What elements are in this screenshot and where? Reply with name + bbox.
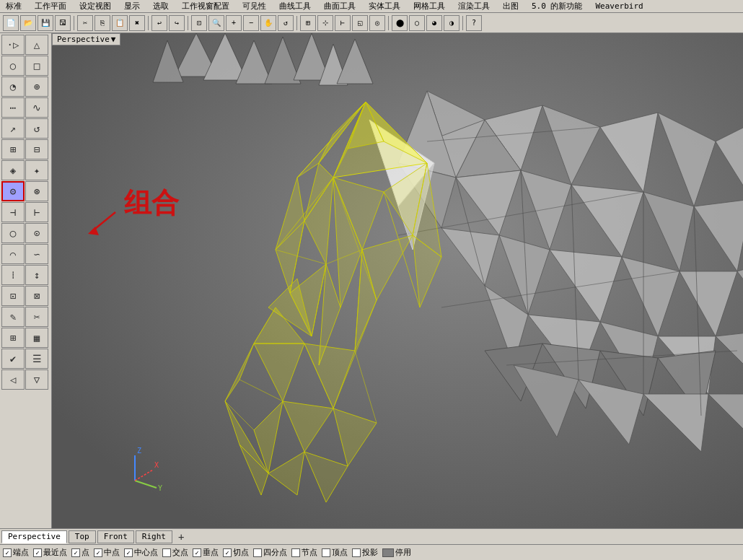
tb-wire-btn[interactable]: ◯ <box>409 15 425 31</box>
lt-scale-btn[interactable]: ⊞ <box>1 139 25 159</box>
menu-item-可见性[interactable]: 可见性 <box>239 1 269 12</box>
snap-quad-cb[interactable] <box>253 548 262 557</box>
snap-nearest-cb[interactable] <box>33 548 42 557</box>
snap-endpoint[interactable]: 端点 <box>3 547 29 558</box>
lt-freeform-btn[interactable]: ⋯ <box>1 97 25 118</box>
tb-grid-btn[interactable]: ⊞ <box>300 15 316 31</box>
tb-copy-btn[interactable]: ⎘ <box>94 15 110 31</box>
lt-back-btn[interactable]: ◁ <box>1 369 25 390</box>
snap-center[interactable]: 中心点 <box>124 547 158 558</box>
tb-sphere-btn[interactable]: ⬤ <box>392 15 408 31</box>
lt-gear-btn[interactable]: ⚙ <box>1 181 25 201</box>
tb-zoom-ext-btn[interactable]: ⊡ <box>191 15 207 31</box>
lt-grid2-btn[interactable]: ⊞ <box>1 328 25 348</box>
viewport[interactable]: Perspective ▼ <box>52 33 743 528</box>
lt-mesh-btn[interactable]: ✦ <box>25 160 48 180</box>
snap-endpoint-cb[interactable] <box>3 548 12 557</box>
menu-item-实体工具[interactable]: 实体工具 <box>366 1 403 12</box>
tb-new-btn[interactable]: 📄 <box>3 15 19 31</box>
snap-midpoint[interactable]: 中点 <box>94 547 120 558</box>
lt-move-btn[interactable]: ↗ <box>1 118 25 139</box>
snap-center-cb[interactable] <box>124 548 133 557</box>
tb-save-btn[interactable]: 💾 <box>38 15 53 31</box>
snap-point-cb[interactable] <box>71 548 80 557</box>
snap-point[interactable]: 点 <box>71 547 89 558</box>
menu-item-标准[interactable]: 标准 <box>3 1 25 12</box>
lt-offset-btn[interactable]: ⊙ <box>25 223 48 243</box>
tb-pan-btn[interactable]: ✋ <box>260 15 276 31</box>
tb-ortho-btn[interactable]: ⊢ <box>335 15 351 31</box>
tab-top[interactable]: Top <box>69 530 96 543</box>
tb-delete-btn[interactable]: ✖ <box>129 15 145 31</box>
snap-knot-cb[interactable] <box>291 548 300 557</box>
lt-mirror-btn[interactable]: ⊟ <box>25 139 48 159</box>
tab-perspective[interactable]: Perspective <box>1 530 67 543</box>
lt-rotate-btn2[interactable]: ↺ <box>25 118 48 139</box>
menu-item-渲染工具[interactable]: 渲染工具 <box>455 1 493 12</box>
snap-knot[interactable]: 节点 <box>291 547 317 558</box>
menu-item-weaverbird[interactable]: Weaverbird <box>593 1 646 11</box>
lt-list-btn[interactable]: ☰ <box>25 349 48 369</box>
tb-zoom-win-btn[interactable]: 🔍 <box>208 15 224 31</box>
tb-shade-btn[interactable]: ◕ <box>426 15 442 31</box>
snap-midpoint-cb[interactable] <box>94 548 102 557</box>
lt-fillet-btn[interactable]: ⌒ <box>1 244 25 264</box>
lt-polyline-btn[interactable]: △ <box>25 35 48 55</box>
tb-osnap-btn[interactable]: ◎ <box>369 15 385 31</box>
lt-arc-btn[interactable]: ◔ <box>1 76 25 97</box>
snap-project[interactable]: 投影 <box>352 547 378 558</box>
lt-check-btn[interactable]: ✔ <box>1 349 25 369</box>
lt-morph-btn[interactable]: ↕ <box>25 265 48 285</box>
tb-zoom-in-btn[interactable]: + <box>226 15 242 31</box>
lt-hatch-btn[interactable]: ✂ <box>25 307 48 327</box>
menu-item-曲面工具[interactable]: 曲面工具 <box>321 1 359 12</box>
lt-rect-btn[interactable]: □ <box>25 56 48 76</box>
tb-rotate-btn[interactable]: ↺ <box>278 15 294 31</box>
menu-item-5.0-的新功能[interactable]: 5.0 的新功能 <box>529 1 586 12</box>
tb-undo-btn[interactable]: ↩ <box>151 15 167 31</box>
menu-item-显示[interactable]: 显示 <box>121 1 143 12</box>
snap-vertex[interactable]: 顶点 <box>322 547 348 558</box>
lt-spline-btn[interactable]: ∿ <box>25 97 48 118</box>
lt-down-btn[interactable]: ▽ <box>25 369 48 390</box>
tab-front[interactable]: Front <box>97 530 134 543</box>
snap-quadrant[interactable]: 四分点 <box>253 547 287 558</box>
lt-surf-btn[interactable]: ◈ <box>1 160 25 180</box>
snap-tangent-cb[interactable] <box>223 548 232 557</box>
lt-special-btn[interactable]: ⊛ <box>25 181 48 201</box>
snap-perpendicular[interactable]: 垂点 <box>193 547 219 558</box>
tb-cut-btn[interactable]: ✂ <box>77 15 93 31</box>
tab-add-btn[interactable]: + <box>174 530 188 543</box>
menu-item-出图[interactable]: 出图 <box>500 1 522 12</box>
lt-blend-btn[interactable]: ∽ <box>25 244 48 264</box>
menu-item-工作平面[interactable]: 工作平面 <box>32 1 69 12</box>
lt-pattern-btn[interactable]: ▦ <box>25 328 48 348</box>
tb-paste-btn[interactable]: 📋 <box>112 15 128 31</box>
snap-vertex-cb[interactable] <box>322 548 330 557</box>
lt-split-btn[interactable]: ⊣ <box>1 202 25 222</box>
tb-redo-btn[interactable]: ↪ <box>169 15 185 31</box>
lt-point-btn[interactable]: ·▷ <box>1 35 25 55</box>
viewport-tab[interactable]: Perspective ▼ <box>52 33 120 45</box>
snap-intersection[interactable]: 交点 <box>162 547 188 558</box>
tb-planar-btn[interactable]: ◱ <box>352 15 368 31</box>
tab-right[interactable]: Right <box>136 530 172 543</box>
lt-circle-btn[interactable]: ○ <box>1 56 25 76</box>
tb-zoom-out-btn[interactable]: − <box>243 15 259 31</box>
tb-snap-btn[interactable]: ⊹ <box>317 15 333 31</box>
lt-array-btn[interactable]: ⁞ <box>1 265 25 285</box>
tb-help-btn[interactable]: ? <box>466 15 482 31</box>
menu-item-网格工具[interactable]: 网格工具 <box>410 1 448 12</box>
lt-cage-btn[interactable]: ⊡ <box>1 286 25 306</box>
lt-join-btn[interactable]: ⊢ <box>25 202 48 222</box>
lt-ellipse-btn[interactable]: ⊕ <box>25 76 48 97</box>
lt-boolean-btn[interactable]: ◯ <box>1 223 25 243</box>
snap-proj-cb[interactable] <box>352 548 361 557</box>
snap-disable[interactable]: 停用 <box>382 547 411 558</box>
menu-item-曲线工具[interactable]: 曲线工具 <box>276 1 314 12</box>
snap-nearest[interactable]: 最近点 <box>33 547 67 558</box>
snap-tangent[interactable]: 切点 <box>223 547 249 558</box>
menu-item-工作视窗配置[interactable]: 工作视窗配置 <box>179 1 232 12</box>
menu-item-选取[interactable]: 选取 <box>150 1 172 12</box>
snap-intersection-cb[interactable] <box>162 548 171 557</box>
